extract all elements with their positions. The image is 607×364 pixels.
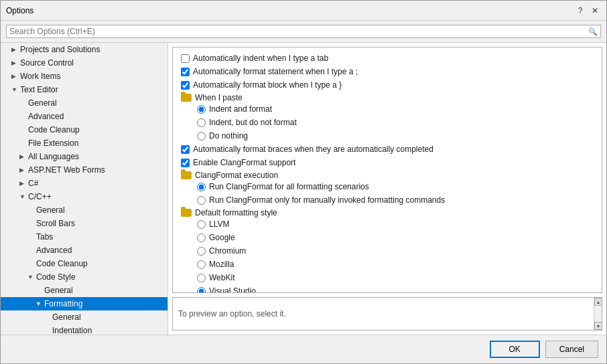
options-area[interactable]: Automatically indent when I type a tab A… [172,47,602,293]
default-formatting-section: Default formatting style [181,208,594,217]
tree-item-work-items[interactable]: ▶ Work Items [1,70,167,83]
tree-item-cpp-advanced[interactable]: Advanced [1,244,167,257]
cancel-button[interactable]: Cancel [545,341,598,358]
indent-no-format-label[interactable]: Indent, but do not format [209,118,297,127]
auto-format-brace-checkbox[interactable] [181,81,190,90]
option-auto-format-semicolon: Automatically format statement when I ty… [181,66,594,77]
title-bar-buttons: ? ✕ [574,5,601,17]
indent-no-format-radio[interactable] [197,118,206,127]
help-button[interactable]: ? [574,5,586,17]
option-style-llvm: LLVM [197,219,594,230]
tree-item-projects[interactable]: ▶ Projects and Solutions [1,43,167,56]
title-bar: Options ? ✕ [1,1,606,21]
auto-indent-tab-label[interactable]: Automatically indent when I type a tab [193,54,328,63]
tree-item-source-control[interactable]: ▶ Source Control [1,56,167,70]
tree-label: C/C++ [28,192,52,201]
run-clang-manual-radio[interactable] [197,196,206,205]
tree-item-cpp-tabs[interactable]: Tabs [1,230,167,244]
default-formatting-label: Default formatting style [195,208,277,217]
clang-execution-options: Run ClangFormat for all formatting scena… [181,181,594,205]
do-nothing-label[interactable]: Do nothing [209,131,248,141]
preview-scroll-up[interactable]: ▲ [594,298,602,306]
tree-item-cs-formatting[interactable]: ▼ Formatting [1,297,167,310]
enable-clang-label[interactable]: Enable ClangFormat support [193,158,295,167]
tree-item-te-general[interactable]: General [1,96,167,110]
folder-icon [181,171,192,179]
right-panel: Automatically indent when I type a tab A… [168,43,606,335]
tree-label: Indentation [52,326,92,335]
style-llvm-label[interactable]: LLVM [209,219,229,229]
style-mozilla-label[interactable]: Mozilla [209,260,234,269]
style-visual-studio-label[interactable]: Visual Studio [209,286,256,293]
dialog-title: Options [6,6,33,15]
tree-scroll[interactable]: ▶ Projects and Solutions ▶ Source Contro… [1,43,167,335]
do-nothing-radio[interactable] [197,132,206,141]
tree-label: C# [28,179,38,188]
tree-item-cpp-code-cleanup[interactable]: Code Cleanup [1,257,167,270]
search-input[interactable] [9,27,588,36]
tree-arrow: ▶ [11,60,18,66]
option-style-mozilla: Mozilla [197,259,594,270]
style-mozilla-radio[interactable] [197,260,206,269]
run-clang-all-label[interactable]: Run ClangFormat for all formatting scena… [209,182,369,191]
tree-item-text-editor[interactable]: ▼ Text Editor [1,83,167,96]
tree-label: General [44,286,73,295]
tree-item-code-style[interactable]: ▼ Code Style [1,270,167,284]
auto-indent-tab-checkbox[interactable] [181,54,190,63]
option-indent-no-format: Indent, but do not format [197,117,594,128]
tree-arrow: ▼ [27,274,34,280]
tree-item-fmt-indentation[interactable]: Indentation [1,324,167,335]
tree-item-aspnet[interactable]: ▶ ASP.NET Web Forms [1,163,167,177]
search-icon: 🔍 [588,27,598,36]
tree-arrow: ▶ [19,167,26,173]
style-visual-studio-radio[interactable] [197,287,206,294]
tree-arrow: ▼ [11,86,18,93]
style-chromium-radio[interactable] [197,247,206,256]
tree-item-cpp[interactable]: ▼ C/C++ [1,190,167,203]
tree-item-cpp-general[interactable]: General [1,203,167,217]
tree-label: All Languages [28,152,79,161]
tree-item-te-code-cleanup[interactable]: Code Cleanup [1,123,167,136]
indent-format-label[interactable]: Indent and format [209,104,272,114]
tree-label: Work Items [20,72,60,81]
auto-format-semicolon-label[interactable]: Automatically format statement when I ty… [193,67,358,76]
dialog-body: 🔍 ▶ Projects and Solutions ▶ Source Cont… [1,21,606,363]
main-area: ▶ Projects and Solutions ▶ Source Contro… [1,43,606,335]
tree-item-fmt-general[interactable]: General [1,310,167,324]
tree-item-te-file-extension[interactable]: File Extension [1,136,167,150]
tree-label: Formatting [44,299,82,308]
style-google-radio[interactable] [197,234,206,242]
option-style-google: Google [197,232,594,243]
auto-format-braces-checkbox[interactable] [181,145,190,154]
run-clang-manual-label[interactable]: Run ClangFormat only for manually invoke… [209,195,445,205]
tree-label: File Extension [28,139,78,148]
preview-scrollbar[interactable]: ▲ ▼ [594,298,602,330]
tree-item-cs-general[interactable]: General [1,284,167,297]
enable-clang-checkbox[interactable] [181,159,190,167]
bottom-buttons: OK Cancel [1,335,606,363]
option-auto-format-brace: Automatically format block when I type a… [181,80,594,90]
tree-arrow: ▶ [19,180,26,187]
auto-format-brace-label[interactable]: Automatically format block when I type a… [193,80,342,90]
tree-item-te-advanced[interactable]: Advanced [1,110,167,123]
tree-item-csharp[interactable]: ▶ C# [1,177,167,190]
tree-item-all-languages[interactable]: ▶ All Languages [1,150,167,163]
tree-label: Advanced [36,246,72,255]
option-run-clang-manual: Run ClangFormat only for manually invoke… [197,195,594,205]
style-webkit-label[interactable]: WebKit [209,273,234,282]
style-google-label[interactable]: Google [209,233,235,242]
indent-format-radio[interactable] [197,105,206,114]
run-clang-all-radio[interactable] [197,183,206,191]
when-paste-section: When I paste [181,93,594,102]
ok-button[interactable]: OK [490,341,540,358]
option-style-webkit: WebKit [197,272,594,283]
auto-format-braces-label[interactable]: Automatically format braces when they ar… [193,145,433,154]
tree-item-cpp-scroll-bars[interactable]: Scroll Bars [1,217,167,230]
close-button[interactable]: ✕ [589,5,601,17]
when-paste-label: When I paste [195,93,243,102]
style-webkit-radio[interactable] [197,274,206,282]
auto-format-semicolon-checkbox[interactable] [181,68,190,76]
style-chromium-label[interactable]: Chromium [209,246,246,256]
style-llvm-radio[interactable] [197,220,206,229]
preview-scroll-down[interactable]: ▼ [594,322,602,330]
